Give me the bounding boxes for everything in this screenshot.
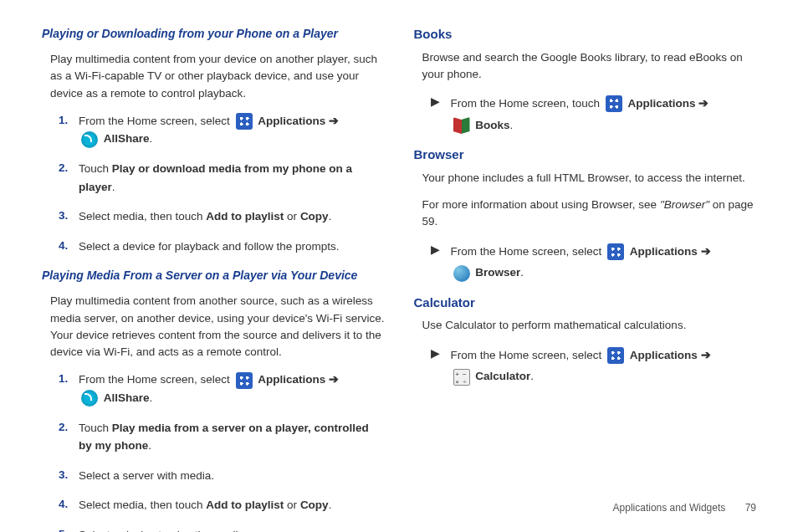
- applications-icon: [606, 95, 622, 112]
- step-number: 1.: [59, 371, 79, 407]
- sub-heading-playing-server: Playing Media From a Server on a Player …: [42, 267, 385, 284]
- left-column: Playing or Downloading from your Phone o…: [42, 25, 385, 532]
- step-content: Select media, then touch Add to playlist…: [79, 496, 385, 514]
- instruction-bullet: ▶ From the Home screen, select Applicati…: [431, 241, 757, 284]
- section-heading-calculator: Calculator: [414, 294, 757, 313]
- applications-icon: [607, 243, 624, 260]
- applications-icon: [607, 347, 624, 364]
- step-number: 4.: [59, 496, 79, 514]
- paragraph: Your phone includes a full HTML Browser,…: [422, 170, 757, 187]
- page-number: 79: [745, 502, 756, 514]
- bullet-content: From the Home screen, select Application…: [451, 241, 757, 284]
- books-icon: [453, 117, 470, 134]
- step-content: Touch Play media from a server on a play…: [79, 419, 385, 455]
- paragraph: Use Calculator to perform mathematical c…: [422, 317, 757, 334]
- page-footer: Applications and Widgets 79: [613, 500, 756, 515]
- allshare-icon: [81, 131, 98, 148]
- bullet-content: From the Home screen, select Application…: [451, 345, 757, 387]
- step-content: Select a device to play the media.: [79, 526, 385, 532]
- applications-icon: [236, 372, 253, 389]
- paragraph: Browse and search the Google Books libra…: [422, 49, 757, 84]
- section-heading-browser: Browser: [414, 146, 757, 165]
- paragraph: For more information about using Browser…: [422, 197, 757, 231]
- calculator-icon: [453, 369, 470, 386]
- paragraph: Play multimedia content from another sou…: [50, 293, 385, 361]
- allshare-icon: [81, 390, 98, 407]
- step-content: Touch Play or download media from my pho…: [79, 160, 385, 196]
- sub-heading-playing-download: Playing or Downloading from your Phone o…: [42, 25, 385, 43]
- step-number: 3.: [59, 207, 79, 226]
- step-number: 3.: [59, 467, 79, 485]
- footer-section: Applications and Widgets: [613, 502, 726, 514]
- step-content: Select a server with media.: [79, 467, 385, 485]
- step-content: From the Home screen, select Application…: [79, 112, 385, 148]
- step-number: 5.: [59, 526, 79, 532]
- right-column: Books Browse and search the Google Books…: [414, 25, 757, 532]
- steps-list-2: 1. From the Home screen, select Applicat…: [59, 371, 385, 532]
- step-content: From the Home screen, select Application…: [79, 371, 385, 407]
- bullet-content: From the Home screen, touch Applications…: [451, 93, 757, 136]
- instruction-bullet: ▶ From the Home screen, select Applicati…: [431, 345, 757, 387]
- steps-list-1: 1. From the Home screen, select Applicat…: [59, 112, 385, 256]
- section-heading-books: Books: [414, 25, 757, 44]
- browser-icon: [453, 265, 470, 282]
- triangle-bullet-icon: ▶: [431, 241, 451, 284]
- applications-icon: [236, 113, 253, 130]
- step-number: 2.: [59, 160, 79, 196]
- triangle-bullet-icon: ▶: [431, 93, 451, 136]
- step-number: 4.: [59, 238, 79, 256]
- triangle-bullet-icon: ▶: [431, 345, 451, 387]
- step-number: 1.: [59, 112, 79, 148]
- paragraph: Play multimedia content from your device…: [50, 51, 385, 102]
- instruction-bullet: ▶ From the Home screen, touch Applicatio…: [431, 93, 757, 136]
- step-number: 2.: [59, 419, 79, 455]
- step-content: Select a device for playback and follow …: [79, 238, 385, 256]
- step-content: Select media, then touch Add to playlist…: [79, 207, 385, 226]
- page-columns: Playing or Downloading from your Phone o…: [42, 25, 756, 532]
